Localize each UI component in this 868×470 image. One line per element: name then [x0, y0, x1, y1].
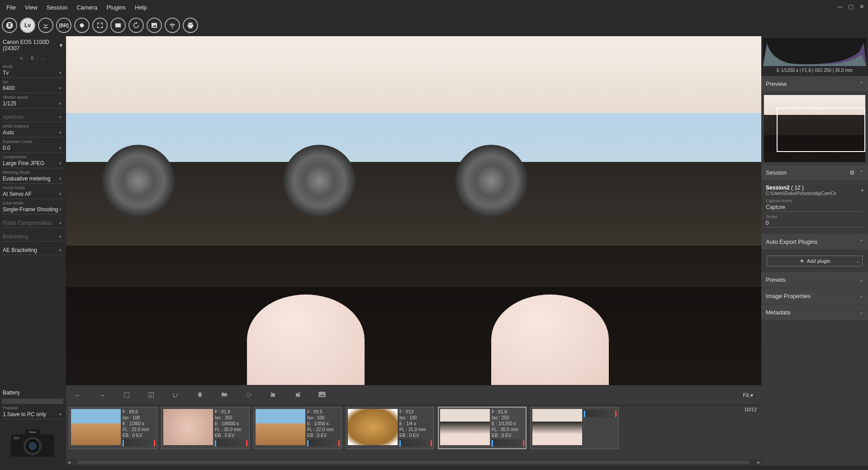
- bracketing-button[interactable]: [BR]: [56, 18, 71, 33]
- refresh-button[interactable]: ⟳: [243, 391, 254, 399]
- minimize-icon[interactable]: —: [835, 2, 844, 11]
- maximize-icon[interactable]: ▢: [846, 2, 855, 11]
- field-focus-mode[interactable]: AI Servo AF▾: [2, 190, 63, 199]
- chevron-down-icon: ⌄: [856, 259, 859, 264]
- rotate-right-button[interactable]: [292, 391, 303, 400]
- capture-name-label: Capture Name: [766, 199, 863, 203]
- exposure-scale[interactable]: . . 0 . .: [2, 53, 63, 62]
- add-plugin-button[interactable]: ＋ Add plugin ⌄: [767, 256, 863, 266]
- filmstrip-scrollbar[interactable]: ◀▶: [66, 459, 761, 465]
- compare-button[interactable]: [317, 391, 327, 400]
- browse-button[interactable]: [110, 18, 126, 33]
- thumbnail-histogram: [307, 439, 340, 446]
- thumbnail-card[interactable]: F : f/9.5Iso : 100E : 1/350 sFL : 22.0 m…: [69, 407, 157, 449]
- menu-session[interactable]: Session: [42, 2, 72, 13]
- menu-camera[interactable]: Camera: [72, 2, 102, 13]
- unselect-button[interactable]: ☐: [121, 391, 132, 399]
- chevron-down-icon: ▾: [59, 248, 62, 252]
- image-viewer[interactable]: [66, 36, 761, 385]
- transfer-selector[interactable]: 1.Save to PC only ▾: [2, 410, 63, 419]
- field-label: Mode: [2, 64, 63, 69]
- field-value: AE Bracketing: [3, 247, 37, 253]
- thumbnail-image: [71, 409, 121, 445]
- menu-file[interactable]: File: [2, 2, 20, 13]
- thumbnail-card[interactable]: F : f/1.8Iso : 250E : 1/8000 sFL : 35.0 …: [161, 407, 250, 449]
- field-ae-bracketing[interactable]: AE Bracketing▾: [2, 246, 63, 255]
- section-presets-header[interactable]: Presets ⌄: [761, 272, 868, 288]
- wifi-button[interactable]: [165, 18, 180, 33]
- field-value: Bracketing: [3, 233, 28, 240]
- capture-button[interactable]: [2, 18, 17, 33]
- field-value: AI Servo AF: [3, 191, 32, 197]
- field-drive-mode[interactable]: Single-Frame Shooting▾: [2, 205, 63, 214]
- field-aperture: Aperture▾: [2, 113, 63, 122]
- fullscreen-button[interactable]: [92, 18, 108, 33]
- session-name: Session2: [766, 185, 790, 191]
- session-selector[interactable]: Session2 ( 12 ) C:\Users\Duka\Pictures\d…: [766, 185, 863, 196]
- close-icon[interactable]: ✕: [857, 2, 866, 11]
- timer-button[interactable]: [128, 18, 144, 33]
- print-button[interactable]: [183, 18, 198, 33]
- field-label: Drive Mode: [2, 201, 63, 205]
- zoom-fit-selector[interactable]: Fit ▾: [743, 392, 755, 399]
- download-button[interactable]: [38, 18, 53, 33]
- section-session-title: Session: [766, 169, 787, 176]
- gear-icon[interactable]: ⚙: [849, 169, 855, 176]
- capture-name-input[interactable]: Capture: [766, 203, 863, 212]
- section-metadata-header[interactable]: Metadata ⌄: [761, 304, 868, 321]
- field-shutter-speed[interactable]: 1/125▾: [2, 100, 63, 109]
- select-button[interactable]: ☑: [146, 391, 157, 399]
- open-folder-button[interactable]: [219, 391, 230, 400]
- thumbnail-info: F : f/1.8Iso : 250E : 1/8000 sFL : 35.0 …: [215, 409, 247, 447]
- field-iso[interactable]: 6400▾: [2, 84, 63, 93]
- svg-rect-9: [319, 392, 326, 397]
- section-session-header[interactable]: Session ⚙ ⌃: [761, 165, 868, 181]
- plus-icon: ＋: [799, 257, 805, 265]
- camera-selector[interactable]: Canon EOS 1100D (24307 ▾: [2, 37, 63, 53]
- next-image-button[interactable]: →: [97, 391, 108, 399]
- series-input[interactable]: 0: [766, 219, 863, 228]
- preview-viewport-rect[interactable]: [777, 108, 865, 152]
- prev-image-button[interactable]: ←: [72, 391, 83, 399]
- field-mode[interactable]: Tv▾: [2, 69, 63, 78]
- chevron-down-icon: ▾: [861, 188, 863, 193]
- field-value: Large Fine JPEG: [3, 160, 44, 166]
- menu-plugins[interactable]: Plugins: [102, 2, 130, 13]
- field-label: Shutter speed: [2, 95, 63, 100]
- field-value: Auto: [3, 129, 14, 136]
- record-button[interactable]: [74, 18, 90, 33]
- main-photo: [66, 36, 761, 385]
- section-preview-title: Preview: [766, 81, 787, 87]
- section-autoexport-header[interactable]: Auto Export Plugins ⌃: [761, 234, 868, 250]
- chevron-down-icon: ▾: [59, 176, 62, 181]
- delete-button[interactable]: [194, 391, 205, 400]
- thumbnail-card[interactable]: F : f/1.8Iso : 250E : 1/1250 sFL : 35.0 …: [438, 407, 526, 449]
- chevron-down-icon: ▾: [59, 101, 62, 106]
- field-label: Focus Mode: [2, 185, 63, 190]
- liveview-button[interactable]: Lv: [20, 18, 35, 33]
- field-metering-mode[interactable]: Evaluative metering▾: [2, 175, 63, 184]
- thumbnail-image: [163, 409, 213, 445]
- svg-point-0: [80, 24, 84, 28]
- image-button[interactable]: [147, 18, 162, 33]
- field-value: Tv: [3, 70, 9, 76]
- menu-view[interactable]: View: [20, 2, 42, 13]
- section-preview-header[interactable]: Preview ⌃: [761, 76, 868, 92]
- field-exposure-comp-[interactable]: 0.0▾: [2, 144, 63, 153]
- field-white-balance[interactable]: Auto▾: [2, 128, 63, 138]
- menu-help[interactable]: Help: [130, 2, 152, 13]
- chevron-up-icon: ⌃: [859, 239, 863, 245]
- field-compression[interactable]: Large Fine JPEG▾: [2, 159, 63, 168]
- preview-thumbnail[interactable]: [764, 95, 865, 162]
- field-value: Single-Frame Shooting: [3, 206, 58, 213]
- section-imageprops-header[interactable]: Image Properties ⌄: [761, 288, 868, 304]
- thumbnail-card[interactable]: F : f/13Iso : 100E : 1/4 sFL : 31.0 mmEB…: [346, 407, 434, 449]
- section-session-body: Session2 ( 12 ) C:\Users\Duka\Pictures\d…: [761, 181, 868, 234]
- thumbnail-card[interactable]: [530, 407, 619, 449]
- svg-rect-7: [14, 437, 19, 439]
- chevron-down-icon: ▾: [59, 115, 62, 119]
- svg-point-6: [28, 442, 37, 450]
- rotate-left-button[interactable]: [268, 391, 279, 400]
- lightroom-button[interactable]: Lr: [170, 392, 181, 399]
- thumbnail-card[interactable]: F : f/9.5Iso : 100E : 1/350 sFL : 22.0 m…: [253, 407, 342, 449]
